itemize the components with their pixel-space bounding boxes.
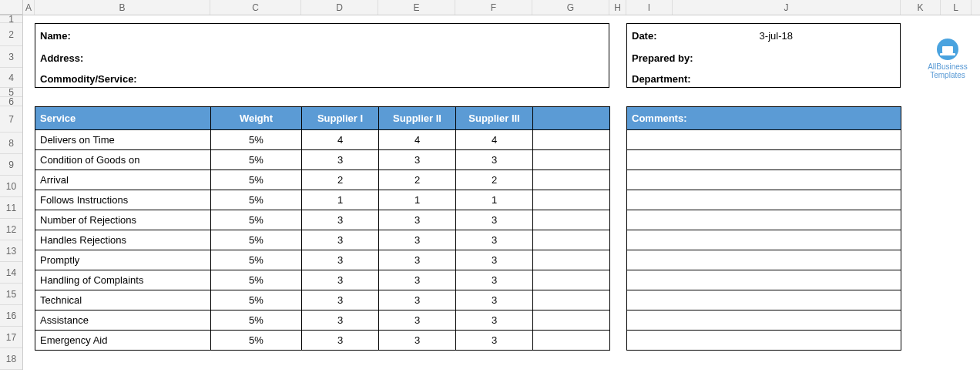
- cell-supplier-1[interactable]: 3: [302, 270, 379, 290]
- cell-weight[interactable]: 5%: [211, 331, 302, 351]
- cell-supplier-2[interactable]: 3: [379, 331, 456, 351]
- column-header-E[interactable]: E: [378, 0, 455, 15]
- cell-weight[interactable]: 5%: [211, 150, 302, 170]
- comment-cell[interactable]: [627, 331, 901, 351]
- cell-supplier-2[interactable]: 3: [379, 150, 456, 170]
- cell-blank[interactable]: [533, 150, 610, 170]
- cell-supplier-1[interactable]: 3: [302, 230, 379, 250]
- row-header-2[interactable]: 2: [0, 23, 22, 46]
- cell-supplier-1[interactable]: 3: [302, 310, 379, 331]
- row-header-4[interactable]: 4: [0, 68, 22, 88]
- cell-supplier-1[interactable]: 3: [302, 250, 379, 270]
- column-header-F[interactable]: F: [455, 0, 532, 15]
- row-header-18[interactable]: 18: [0, 348, 22, 370]
- cell-supplier-3[interactable]: 3: [456, 230, 533, 250]
- row-header-10[interactable]: 10: [0, 176, 22, 197]
- cell-weight[interactable]: 5%: [211, 170, 302, 190]
- cell-service-name[interactable]: Emergency Aid: [35, 331, 211, 351]
- cell-supplier-3[interactable]: 3: [456, 250, 533, 270]
- column-header-J[interactable]: J: [673, 0, 901, 15]
- cell-supplier-3[interactable]: 3: [456, 270, 533, 290]
- header-blank[interactable]: [533, 107, 610, 130]
- cell-supplier-2[interactable]: 3: [379, 290, 456, 310]
- comment-cell[interactable]: [627, 150, 901, 170]
- cell-supplier-1[interactable]: 3: [302, 290, 379, 310]
- cell-blank[interactable]: [533, 290, 610, 310]
- column-header-H[interactable]: H: [609, 0, 626, 15]
- column-header-C[interactable]: C: [210, 0, 301, 15]
- cell-supplier-3[interactable]: 3: [456, 210, 533, 230]
- column-header-G[interactable]: G: [532, 0, 609, 15]
- cell-service-name[interactable]: Technical: [35, 290, 211, 310]
- cell-weight[interactable]: 5%: [211, 190, 302, 210]
- row-header-17[interactable]: 17: [0, 327, 22, 348]
- cell-blank[interactable]: [533, 310, 610, 331]
- row-header-9[interactable]: 9: [0, 154, 22, 176]
- cell-blank[interactable]: [533, 210, 610, 230]
- row-header-13[interactable]: 13: [0, 240, 22, 262]
- row-header-3[interactable]: 3: [0, 46, 22, 68]
- row-header-1[interactable]: 1: [0, 15, 22, 23]
- cell-supplier-2[interactable]: 3: [379, 310, 456, 331]
- row-header-15[interactable]: 15: [0, 284, 22, 305]
- cell-service-name[interactable]: Number of Rejections: [35, 210, 211, 230]
- cell-supplier-2[interactable]: 3: [379, 250, 456, 270]
- cell-weight[interactable]: 5%: [211, 210, 302, 230]
- row-header-12[interactable]: 12: [0, 219, 22, 240]
- cell-supplier-2[interactable]: 3: [379, 230, 456, 250]
- cell-supplier-1[interactable]: 3: [302, 150, 379, 170]
- cell-blank[interactable]: [533, 190, 610, 210]
- comment-cell[interactable]: [627, 130, 901, 150]
- cell-supplier-1[interactable]: 2: [302, 170, 379, 190]
- cell-supplier-3[interactable]: 3: [456, 310, 533, 331]
- column-header-D[interactable]: D: [301, 0, 378, 15]
- cell-service-name[interactable]: Assistance: [35, 310, 211, 331]
- cell-area[interactable]: Name: Address: Commodity/Service: Date: …: [23, 15, 980, 370]
- column-header-I[interactable]: I: [626, 0, 673, 15]
- column-header-A[interactable]: A: [23, 0, 35, 15]
- row-header-16[interactable]: 16: [0, 305, 22, 327]
- row-header-11[interactable]: 11: [0, 197, 22, 219]
- cell-blank[interactable]: [533, 331, 610, 351]
- cell-supplier-3[interactable]: 3: [456, 150, 533, 170]
- cell-supplier-2[interactable]: 1: [379, 190, 456, 210]
- row-header-14[interactable]: 14: [0, 262, 22, 284]
- cell-supplier-1[interactable]: 4: [302, 130, 379, 150]
- cell-supplier-3[interactable]: 1: [456, 190, 533, 210]
- select-all-corner[interactable]: [0, 0, 23, 15]
- row-header-6[interactable]: 6: [0, 97, 22, 106]
- comment-cell[interactable]: [627, 310, 901, 331]
- comment-cell[interactable]: [627, 190, 901, 210]
- cell-supplier-2[interactable]: 4: [379, 130, 456, 150]
- cell-supplier-1[interactable]: 3: [302, 331, 379, 351]
- cell-blank[interactable]: [533, 250, 610, 270]
- cell-supplier-1[interactable]: 1: [302, 190, 379, 210]
- cell-weight[interactable]: 5%: [211, 270, 302, 290]
- cell-supplier-2[interactable]: 3: [379, 270, 456, 290]
- cell-blank[interactable]: [533, 230, 610, 250]
- header-comments[interactable]: Comments:: [627, 107, 901, 130]
- cell-supplier-3[interactable]: 3: [456, 290, 533, 310]
- cell-weight[interactable]: 5%: [211, 130, 302, 150]
- cell-blank[interactable]: [533, 270, 610, 290]
- comment-cell[interactable]: [627, 210, 901, 230]
- cell-supplier-3[interactable]: 2: [456, 170, 533, 190]
- header-weight[interactable]: Weight: [211, 107, 302, 130]
- cell-supplier-2[interactable]: 2: [379, 170, 456, 190]
- cell-weight[interactable]: 5%: [211, 310, 302, 331]
- cell-supplier-1[interactable]: 3: [302, 210, 379, 230]
- cell-service-name[interactable]: Arrival: [35, 170, 211, 190]
- cell-service-name[interactable]: Condition of Goods on: [35, 150, 211, 170]
- column-header-K[interactable]: K: [901, 0, 941, 15]
- cell-service-name[interactable]: Promptly: [35, 250, 211, 270]
- comment-cell[interactable]: [627, 290, 901, 310]
- cell-service-name[interactable]: Follows Instructions: [35, 190, 211, 210]
- cell-service-name[interactable]: Handles Rejections: [35, 230, 211, 250]
- cell-weight[interactable]: 5%: [211, 230, 302, 250]
- cell-blank[interactable]: [533, 130, 610, 150]
- cell-weight[interactable]: 5%: [211, 290, 302, 310]
- cell-service-name[interactable]: Handling of Complaints: [35, 270, 211, 290]
- cell-blank[interactable]: [533, 170, 610, 190]
- cell-supplier-3[interactable]: 4: [456, 130, 533, 150]
- header-supplier-2[interactable]: Supplier II: [379, 107, 456, 130]
